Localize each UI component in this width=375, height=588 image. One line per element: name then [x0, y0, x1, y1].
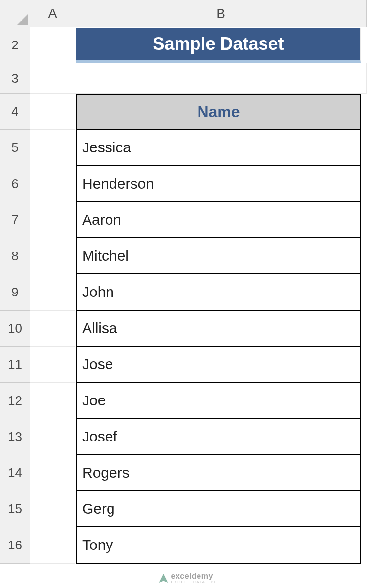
- row-header-7[interactable]: 7: [0, 202, 30, 238]
- cell-A16[interactable]: [30, 527, 75, 564]
- row-header-6[interactable]: 6: [0, 166, 30, 202]
- cell-A5[interactable]: [30, 130, 75, 166]
- row-header-11[interactable]: 11: [0, 347, 30, 383]
- watermark-sub: EXCEL · DATA · BI: [171, 580, 216, 584]
- title-cell[interactable]: Sample Dataset: [76, 28, 361, 63]
- cell-A4[interactable]: [30, 94, 75, 130]
- cell-A8[interactable]: [30, 238, 75, 274]
- cell-A15[interactable]: [30, 491, 75, 527]
- cell-A12[interactable]: [30, 383, 75, 419]
- column-header-B[interactable]: B: [75, 0, 367, 27]
- table-row[interactable]: Allisa: [76, 311, 361, 347]
- cell-A7[interactable]: [30, 202, 75, 238]
- row-header-15[interactable]: 15: [0, 491, 30, 527]
- table-row[interactable]: John: [76, 274, 361, 311]
- cell-A10[interactable]: [30, 311, 75, 347]
- watermark: exceldemy EXCEL · DATA · BI: [159, 572, 216, 584]
- table-row[interactable]: Joe: [76, 383, 361, 419]
- row-header-8[interactable]: 8: [0, 238, 30, 274]
- watermark-main: exceldemy: [171, 572, 216, 580]
- exceldemy-logo-icon: [159, 574, 168, 583]
- row-header-12[interactable]: 12: [0, 383, 30, 419]
- cell-A2[interactable]: [30, 27, 75, 63]
- table-row[interactable]: Jose: [76, 347, 361, 383]
- table-row[interactable]: Josef: [76, 419, 361, 455]
- row-header-13[interactable]: 13: [0, 419, 30, 455]
- select-all-corner[interactable]: [0, 0, 30, 27]
- cell-A11[interactable]: [30, 347, 75, 383]
- table-row[interactable]: Aaron: [76, 202, 361, 238]
- cell-A3[interactable]: [30, 63, 75, 94]
- row-header-3[interactable]: 3: [0, 63, 30, 94]
- row-header-14[interactable]: 14: [0, 455, 30, 491]
- column-header-A[interactable]: A: [30, 0, 75, 27]
- watermark-text: exceldemy EXCEL · DATA · BI: [171, 572, 216, 584]
- table-header-cell[interactable]: Name: [76, 94, 361, 130]
- select-all-triangle-icon: [17, 14, 28, 25]
- row-header-2[interactable]: 2: [0, 27, 30, 63]
- spreadsheet-grid: A B 2 Sample Dataset 3 4 Name 5 Jessica …: [0, 0, 375, 564]
- table-row[interactable]: Gerg: [76, 491, 361, 527]
- cell-A9[interactable]: [30, 274, 75, 311]
- svg-marker-0: [17, 14, 28, 25]
- cell-A14[interactable]: [30, 455, 75, 491]
- row-header-5[interactable]: 5: [0, 130, 30, 166]
- table-row[interactable]: Henderson: [76, 166, 361, 202]
- row-header-9[interactable]: 9: [0, 274, 30, 311]
- table-row[interactable]: Tony: [76, 527, 361, 564]
- cell-A6[interactable]: [30, 166, 75, 202]
- row-header-16[interactable]: 16: [0, 527, 30, 564]
- table-row[interactable]: Jessica: [76, 130, 361, 166]
- row-header-10[interactable]: 10: [0, 311, 30, 347]
- cell-B3[interactable]: [75, 63, 367, 94]
- cell-A13[interactable]: [30, 419, 75, 455]
- table-row[interactable]: Rogers: [76, 455, 361, 491]
- row-header-4[interactable]: 4: [0, 94, 30, 130]
- table-row[interactable]: Mitchel: [76, 238, 361, 274]
